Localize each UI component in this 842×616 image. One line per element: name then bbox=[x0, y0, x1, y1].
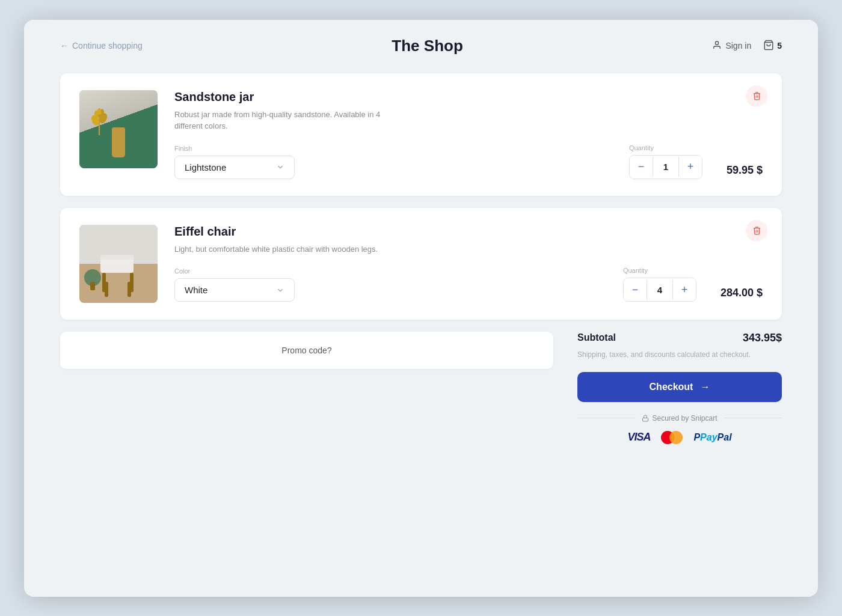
cart-button[interactable]: 5 bbox=[763, 40, 782, 52]
svg-rect-12 bbox=[105, 282, 108, 297]
visa-icon: VISA bbox=[627, 431, 650, 444]
divider-left bbox=[577, 418, 636, 418]
quantity-label-chair: Quantity bbox=[623, 267, 648, 274]
item-details-chair: Eiffel chair Light, but comfortable whit… bbox=[174, 225, 763, 302]
subtotal-label: Subtotal bbox=[577, 332, 616, 343]
color-select-group: Color White bbox=[174, 267, 623, 302]
checkout-button[interactable]: Checkout → bbox=[577, 372, 782, 402]
chair-svg bbox=[79, 225, 158, 303]
wheat-icon bbox=[85, 108, 112, 135]
color-label: Color bbox=[174, 267, 623, 275]
subtotal-value: 343.95$ bbox=[743, 332, 782, 344]
svg-rect-9 bbox=[100, 255, 134, 260]
mc-right-circle bbox=[669, 431, 683, 444]
delete-item-jar[interactable] bbox=[746, 85, 767, 107]
continue-shopping-label: Continue shopping bbox=[72, 41, 143, 50]
subtotal-row: Subtotal 343.95$ bbox=[577, 332, 782, 344]
shipping-note: Shipping, taxes, and discounts calculate… bbox=[577, 349, 782, 360]
quantity-controls-jar: − 1 + bbox=[629, 155, 702, 179]
secured-section: Secured by Snipcart VISA PPayPal bbox=[577, 414, 782, 444]
quantity-value-chair: 4 bbox=[647, 280, 673, 300]
delete-item-chair[interactable] bbox=[746, 220, 767, 242]
cart-icon bbox=[763, 40, 774, 52]
cart-count: 5 bbox=[777, 41, 782, 50]
svg-rect-13 bbox=[128, 282, 131, 297]
paypal-p-icon: PPayPal bbox=[693, 432, 731, 443]
finish-value: Lightstone bbox=[185, 162, 226, 172]
secured-text: Secured by Snipcart bbox=[652, 414, 717, 422]
color-value: White bbox=[185, 285, 207, 295]
order-summary: Subtotal 343.95$ Shipping, taxes, and di… bbox=[577, 332, 782, 444]
header: ← Continue shopping The Shop Sign in bbox=[24, 20, 818, 67]
item-controls-jar: Finish Lightstone Quantity − 1 bbox=[174, 144, 763, 179]
svg-rect-15 bbox=[90, 282, 95, 290]
svg-point-0 bbox=[716, 41, 719, 44]
item-image-chair bbox=[79, 225, 158, 303]
item-desc-jar: Robust jar made from high-quality sandst… bbox=[174, 109, 403, 132]
decrease-quantity-jar[interactable]: − bbox=[630, 156, 653, 178]
mastercard-icon bbox=[661, 431, 683, 444]
promo-code-box[interactable]: Promo code? bbox=[60, 332, 553, 369]
item-controls-chair: Color White Quantity − 4 bbox=[174, 267, 763, 302]
chevron-down-icon bbox=[276, 286, 284, 294]
quantity-group-chair: Quantity − 4 + bbox=[623, 267, 696, 302]
lock-icon bbox=[642, 415, 649, 422]
header-right: Sign in 5 bbox=[712, 40, 782, 52]
app-window: ← Continue shopping The Shop Sign in bbox=[24, 20, 818, 597]
sign-in-button[interactable]: Sign in bbox=[712, 40, 751, 52]
item-details-jar: Sandstone jar Robust jar made from high-… bbox=[174, 90, 763, 179]
user-icon bbox=[712, 40, 722, 52]
secured-label: Secured by Snipcart bbox=[642, 414, 717, 422]
checkout-label: Checkout bbox=[650, 382, 693, 392]
header-left: ← Continue shopping bbox=[60, 41, 143, 50]
jar-body bbox=[112, 127, 125, 157]
finish-label: Finish bbox=[174, 145, 629, 152]
trash-icon-chair bbox=[752, 226, 761, 235]
cart-item-eiffel-chair: Eiffel chair Light, but comfortable whit… bbox=[60, 208, 782, 320]
increase-quantity-chair[interactable]: + bbox=[673, 278, 696, 301]
continue-shopping-link[interactable]: ← Continue shopping bbox=[60, 41, 143, 50]
divider-right bbox=[724, 418, 782, 418]
secured-divider: Secured by Snipcart bbox=[577, 414, 782, 422]
item-desc-chair: Light, but comfortable white plastic cha… bbox=[174, 243, 403, 255]
decrease-quantity-chair[interactable]: − bbox=[624, 278, 647, 301]
finish-select[interactable]: Lightstone bbox=[174, 156, 295, 179]
promo-label: Promo code? bbox=[281, 346, 331, 355]
arrow-right-icon: → bbox=[700, 382, 710, 392]
bottom-section: Promo code? Subtotal 343.95$ Shipping, t… bbox=[60, 332, 782, 444]
quantity-value-jar: 1 bbox=[653, 157, 679, 177]
item-price-chair: 284.00 $ bbox=[721, 287, 763, 302]
quantity-label-jar: Quantity bbox=[629, 144, 654, 151]
trash-icon-jar bbox=[752, 91, 761, 100]
paypal-icon: PPayPal bbox=[693, 432, 731, 443]
quantity-controls-chair: − 4 + bbox=[623, 278, 696, 302]
increase-quantity-jar[interactable]: + bbox=[679, 156, 702, 178]
svg-rect-16 bbox=[643, 418, 648, 421]
quantity-group-jar: Quantity − 1 + bbox=[629, 144, 702, 179]
shop-title: The Shop bbox=[392, 37, 462, 55]
payment-icons: VISA PPayPal bbox=[577, 431, 782, 444]
item-image-jar bbox=[79, 90, 158, 168]
cart-item-sandstone-jar: Sandstone jar Robust jar made from high-… bbox=[60, 73, 782, 196]
promo-section: Promo code? bbox=[60, 332, 553, 369]
main-content: Sandstone jar Robust jar made from high-… bbox=[24, 67, 818, 468]
chevron-down-icon bbox=[276, 163, 284, 171]
item-name-chair: Eiffel chair bbox=[174, 225, 763, 239]
svg-point-7 bbox=[97, 108, 101, 115]
color-select[interactable]: White bbox=[174, 278, 295, 302]
item-name-jar: Sandstone jar bbox=[174, 90, 763, 104]
arrow-left-icon: ← bbox=[60, 41, 69, 50]
sign-in-label: Sign in bbox=[725, 41, 751, 50]
item-price-jar: 59.95 $ bbox=[727, 164, 763, 179]
finish-select-group: Finish Lightstone bbox=[174, 145, 629, 179]
